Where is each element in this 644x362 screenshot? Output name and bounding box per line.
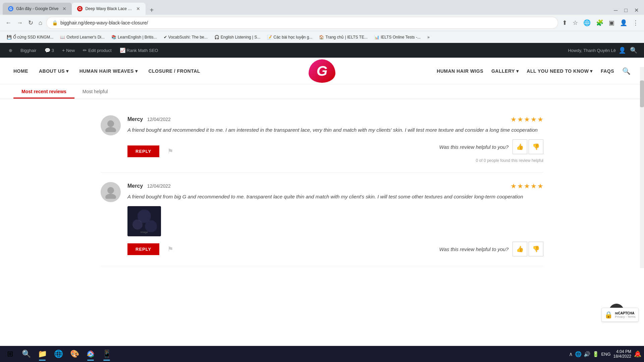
search-wp-icon[interactable]: 🔍 bbox=[629, 45, 639, 55]
review-actions-left-2: REPLY ⚑ bbox=[127, 243, 173, 255]
search-icon-nav[interactable]: 🔍 bbox=[622, 67, 631, 75]
review-actions-2: REPLY ⚑ Was this review helpful to you? … bbox=[127, 242, 543, 256]
ayn-dropdown-icon: ▾ bbox=[590, 68, 593, 74]
taskbar-edge[interactable]: 🌐 bbox=[51, 347, 66, 361]
star-2-4: ★ bbox=[531, 182, 537, 190]
nav-closure[interactable]: CLOSURE / FRONTAL bbox=[148, 66, 200, 76]
flag-button-2[interactable]: ⚑ bbox=[167, 245, 173, 253]
home-button[interactable]: ⌂ bbox=[37, 18, 44, 28]
nav-about[interactable]: ABOUT US ▾ bbox=[39, 66, 69, 76]
taskbar-file-explorer[interactable]: 📁 bbox=[35, 347, 50, 361]
bookmark-vocabsushi-icon: ✔ bbox=[164, 35, 167, 40]
tab-gdrive-close[interactable]: ✕ bbox=[62, 6, 66, 11]
reviewer-info-1: Mercy 12/04/2022 bbox=[127, 116, 171, 122]
scrollbar[interactable] bbox=[640, 67, 644, 268]
translate-icon[interactable]: 🌐 bbox=[582, 18, 592, 28]
logo-circle: G bbox=[309, 59, 335, 83]
toolbar-right: ⬆ ☆ 🌐 🧩 ▣ 👤 ⋮ bbox=[561, 18, 640, 28]
wp-rank-math[interactable]: 📈 Rank Math SEO bbox=[116, 46, 162, 55]
nav-faqs[interactable]: FAQS bbox=[601, 66, 614, 76]
reply-button-1[interactable]: REPLY bbox=[127, 145, 159, 157]
wp-new[interactable]: + New bbox=[59, 46, 78, 55]
bookmark-bh-icon: 📝 bbox=[267, 35, 272, 40]
helpful-text-1: Was this review helpful to you? bbox=[439, 144, 509, 150]
nav-weaves[interactable]: HUMAN HAIR WEAVES ▾ bbox=[79, 66, 138, 76]
sidebar-icon[interactable]: ▣ bbox=[607, 18, 616, 28]
taskbar-network[interactable]: 🌐 bbox=[575, 351, 582, 357]
taskbar-lang[interactable]: ENG bbox=[601, 352, 610, 357]
window-controls: ─ □ ✕ bbox=[611, 6, 644, 15]
svg-text:image: image bbox=[141, 231, 148, 234]
bookmark-english-listening[interactable]: 🎧 English Listening | S... bbox=[212, 34, 263, 41]
wp-edit-product[interactable]: ✏ Edit product bbox=[79, 46, 115, 55]
wp-logo[interactable]: ⊕ bbox=[5, 46, 16, 55]
star-5: ★ bbox=[537, 115, 543, 123]
back-button[interactable]: ← bbox=[4, 18, 13, 28]
taskbar-chevron[interactable]: ∧ bbox=[569, 351, 573, 357]
about-dropdown-icon: ▾ bbox=[66, 68, 69, 74]
reload-button[interactable]: ↻ bbox=[27, 18, 35, 28]
subnav-tab-helpful[interactable]: Most helpful bbox=[74, 85, 116, 99]
helpful-yes-1[interactable]: 👍 bbox=[513, 139, 527, 154]
maximize-button[interactable]: □ bbox=[622, 6, 630, 15]
review-item: Mercy 12/04/2022 ★ ★ ★ ★ ★ A friend boug… bbox=[101, 106, 543, 173]
bookmark-icon[interactable]: ☆ bbox=[571, 18, 579, 28]
helpful-no-2[interactable]: 👎 bbox=[529, 242, 543, 256]
taskbar-app1[interactable]: 🎨 bbox=[67, 347, 82, 361]
tab-site-title: Deep Wavy Black Lace Closure - bbox=[85, 6, 132, 11]
bookmark-it-icon: 🏠 bbox=[319, 35, 324, 40]
taskbar-search[interactable]: 🔍 bbox=[19, 347, 34, 361]
taskbar-battery[interactable]: 🔋 bbox=[592, 351, 599, 357]
helpful-yes-2[interactable]: 👍 bbox=[513, 242, 527, 256]
forward-button[interactable]: → bbox=[15, 18, 24, 28]
wp-site-name[interactable]: Bigghair bbox=[17, 46, 40, 55]
subnav-tab-recent[interactable]: Most recent reviews bbox=[13, 85, 74, 99]
start-button[interactable]: ⊞ bbox=[3, 347, 17, 361]
helpful-section-1: Was this review helpful to you? 👍 👎 0 of… bbox=[439, 139, 544, 163]
review-text-2: A friend bought from big G and recommend… bbox=[127, 193, 543, 201]
bookmark-ielts-te[interactable]: 🏠 Trang chủ | IELTS TE... bbox=[316, 34, 370, 41]
taskbar-app3[interactable]: 📱 bbox=[99, 347, 114, 361]
bookmark-bai-hoc[interactable]: 📝 Các bài học luyện g... bbox=[264, 34, 315, 41]
tab-site[interactable]: G Deep Wavy Black Lace Closure - ✕ bbox=[72, 3, 146, 15]
helpful-btns-2: 👍 👎 bbox=[513, 242, 543, 256]
minimize-button[interactable]: ─ bbox=[611, 6, 620, 15]
notification-area[interactable]: 🔔 20 bbox=[634, 350, 641, 358]
extensions-icon[interactable]: 🧩 bbox=[595, 18, 605, 28]
share-icon[interactable]: ⬆ bbox=[561, 18, 569, 28]
review-item-2: Mercy 12/04/2022 ★ ★ ★ ★ ★ A friend boug… bbox=[101, 173, 543, 266]
flag-button-1[interactable]: ⚑ bbox=[167, 147, 173, 155]
avatar-2 bbox=[101, 182, 121, 202]
reply-button-2[interactable]: REPLY bbox=[127, 243, 159, 255]
helpful-no-1[interactable]: 👎 bbox=[529, 139, 543, 154]
nav-all-you-need[interactable]: ALL YOU NEED TO KNOW ▾ bbox=[527, 66, 593, 76]
bookmark-ielts-online[interactable]: 📊 IELTS Online Tests -... bbox=[372, 34, 423, 41]
browser-chrome: G Gần đây - Google Drive ✕ G Deep Wavy B… bbox=[0, 0, 644, 43]
taskbar-chrome[interactable] bbox=[83, 347, 98, 361]
profile-icon[interactable]: 👤 bbox=[619, 18, 629, 28]
taskbar-sound[interactable]: 🔊 bbox=[584, 351, 590, 357]
bookmarks-bar: 💾 Ổ cứng SSD KINGM... 📖 Oxford Learner's… bbox=[0, 31, 644, 43]
bookmark-oxford[interactable]: 📖 Oxford Learner's Di... bbox=[57, 34, 107, 41]
user-avatar[interactable]: 👤 bbox=[617, 45, 627, 55]
scrollbar-thumb[interactable] bbox=[640, 80, 644, 107]
bookmark-vocabsushi[interactable]: ✔ VocabSushi: The be... bbox=[161, 34, 210, 41]
nav-wigs[interactable]: HUMAN HAIR WIGS bbox=[437, 66, 483, 76]
new-tab-button[interactable]: + bbox=[147, 5, 156, 15]
bookmark-ssd[interactable]: 💾 Ổ cứng SSD KINGM... bbox=[4, 34, 56, 41]
nav-gallery[interactable]: GALLERY ▾ bbox=[491, 66, 519, 76]
bookmark-el-icon: 🎧 bbox=[214, 35, 219, 40]
wp-comments[interactable]: 💬 3 bbox=[41, 46, 57, 55]
recaptcha-badge: 🔒 reCAPTCHA Privacy - Terms bbox=[601, 308, 639, 322]
address-bar-row: ← → ↻ ⌂ 🔒 bigghair.ng/deep-wavy-black-la… bbox=[0, 15, 644, 31]
menu-icon[interactable]: ⋮ bbox=[631, 18, 640, 28]
tab-gdrive[interactable]: G Gần đây - Google Drive ✕ bbox=[3, 3, 72, 15]
bookmark-more[interactable]: » bbox=[425, 34, 432, 41]
tab-site-close[interactable]: ✕ bbox=[136, 6, 140, 11]
bookmark-learnenglish[interactable]: 📚 LearnEnglish | Britis... bbox=[109, 34, 160, 41]
close-button[interactable]: ✕ bbox=[632, 6, 641, 15]
reviewer-info-2: Mercy 12/04/2022 bbox=[127, 183, 171, 189]
nav-home[interactable]: HOME bbox=[13, 66, 28, 76]
address-bar[interactable]: 🔒 bigghair.ng/deep-wavy-black-lace-closu… bbox=[46, 17, 558, 29]
site-logo[interactable]: G bbox=[305, 59, 339, 83]
